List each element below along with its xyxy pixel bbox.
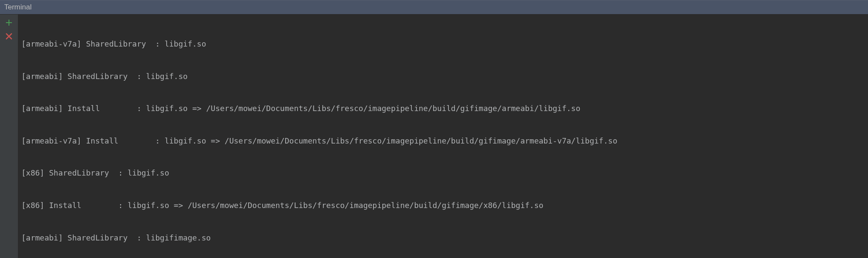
console-line: [armeabi] SharedLibrary : libgif.so: [21, 71, 865, 82]
console-line: [armeabi] Install : libgif.so => /Users/…: [21, 103, 865, 114]
terminal-titlebar: Terminal: [0, 0, 868, 15]
close-session-icon[interactable]: [4, 32, 14, 41]
terminal-console[interactable]: [armeabi-v7a] SharedLibrary : libgif.so …: [18, 15, 868, 258]
terminal-gutter: [0, 15, 18, 258]
console-line: [x86] Install : libgif.so => /Users/mowe…: [21, 200, 865, 211]
console-line: [armeabi-v7a] Install : libgif.so => /Us…: [21, 135, 865, 146]
console-line: [x86] SharedLibrary : libgif.so: [21, 167, 865, 178]
console-line: [armeabi] SharedLibrary : libgifimage.so: [21, 232, 865, 243]
terminal-title: Terminal: [4, 3, 32, 11]
terminal-main: [armeabi-v7a] SharedLibrary : libgif.so …: [0, 15, 868, 258]
add-session-icon[interactable]: [4, 18, 14, 27]
console-line: [armeabi-v7a] SharedLibrary : libgif.so: [21, 38, 865, 49]
